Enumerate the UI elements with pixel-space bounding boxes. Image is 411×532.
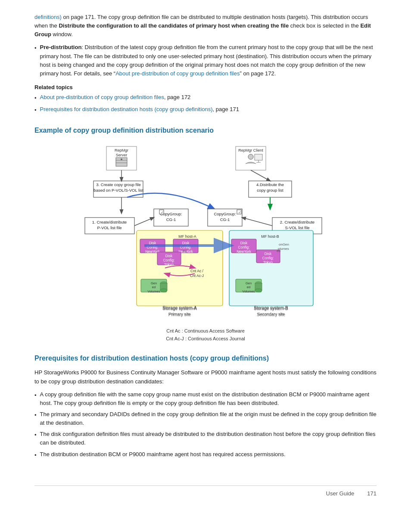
legend-line2: Cnt Ac-J : Continuous Access Journal — [166, 335, 245, 343]
bullet-dot-s2-4: • — [34, 451, 37, 460]
svg-point-9 — [248, 154, 253, 159]
svg-text:2. Create/distribute: 2. Create/distribute — [280, 220, 314, 224]
svg-text:Gen: Gen — [151, 281, 157, 285]
svg-text:MF host-A: MF host-A — [178, 234, 196, 239]
svg-text:based on P-VOL/S-VOL list: based on P-VOL/S-VOL list — [93, 188, 143, 193]
svg-text:3. Create copy group file: 3. Create copy group file — [96, 182, 141, 187]
svg-text:Tokyo: Tokyo — [263, 260, 273, 264]
svg-text:RepMgr Client: RepMgr Client — [238, 148, 263, 152]
svg-text:onGen: onGen — [279, 243, 289, 246]
svg-text:Primary site: Primary site — [169, 311, 190, 316]
svg-text:Storage system-A: Storage system-A — [162, 305, 197, 310]
related-topic-1: • About pre-distribution of copy group d… — [34, 93, 377, 103]
svg-text:CG-1: CG-1 — [166, 217, 176, 222]
intro-bold-1: Distribute the configuration to all the … — [59, 22, 289, 29]
diagram-legend: Cnt Ac : Continuous Access Software Cnt … — [34, 327, 377, 342]
svg-text:copy group list: copy group list — [257, 188, 283, 193]
svg-text:CopyGroup:: CopyGroup: — [214, 212, 236, 216]
svg-text:Secondary site: Secondary site — [258, 311, 285, 316]
svg-text:CG-1: CG-1 — [220, 217, 230, 222]
bullet-predistribution: • Pre-distribution: Distribution of the … — [34, 43, 377, 78]
predist-link[interactable]: About pre-distribution of copy group def… — [115, 70, 240, 77]
svg-text:ed: ed — [183, 249, 187, 253]
svg-text:1. Create/distribute: 1. Create/distribute — [92, 220, 127, 224]
intro-paragraph: definitions) on page 171. The copy group… — [34, 13, 377, 39]
section2-bullet-3: • The disk configuration definition file… — [34, 430, 377, 447]
section2-heading: Prerequisites for distribution destinati… — [34, 355, 377, 362]
svg-text:Disk: Disk — [240, 241, 248, 245]
svg-text:RepMgr: RepMgr — [115, 148, 128, 152]
section2-bullet-3-text: The disk configuration definition files … — [40, 430, 377, 447]
legend-text: Cnt Ac : Continuous Access Software Cnt … — [166, 327, 245, 342]
svg-text:P-VOL list file: P-VOL list file — [97, 225, 121, 230]
svg-text:MF host-B: MF host-B — [261, 234, 279, 239]
related-suffix-2: , page 171 — [213, 106, 239, 112]
svg-text:Storage system-B: Storage system-B — [254, 305, 288, 310]
related-link-2[interactable]: Prerequisites for distribution destinati… — [40, 106, 213, 112]
svg-text:Server: Server — [116, 153, 128, 157]
section2-bullet-4-text: The distribution destination BCM or P900… — [40, 450, 286, 460]
section1-heading: Example of copy group definition distrib… — [34, 127, 377, 134]
intro-text-3: window. — [51, 31, 73, 37]
svg-text:Config:: Config: — [163, 258, 175, 262]
svg-text:✓: ✓ — [161, 211, 164, 215]
svg-text:✓: ✓ — [238, 211, 241, 215]
bullet-dot-s2-1: • — [34, 391, 37, 408]
footer-page-number: 171 — [367, 490, 377, 497]
svg-text:Config:: Config: — [262, 256, 274, 260]
svg-rect-10 — [255, 154, 262, 160]
svg-text:S-VOL list file: S-VOL list file — [285, 225, 309, 230]
related-topics-label: Related topics — [34, 84, 377, 90]
section2-bullet-4: • The distribution destination BCM or P9… — [34, 450, 377, 460]
svg-text:ed: ed — [152, 285, 156, 289]
related-topic-1-content: About pre-distribution of copy group def… — [40, 93, 191, 103]
section2-bullet-2: • The primary and secondary DADIDs defin… — [34, 410, 377, 427]
bullet-dot-s2-3: • — [34, 431, 37, 447]
svg-text:Volumes: Volumes — [148, 289, 160, 293]
legend-line1: Cnt Ac : Continuous Access Software — [166, 327, 245, 335]
bullet-dot-s2-2: • — [34, 411, 37, 427]
footer: User Guide 171 — [34, 485, 377, 497]
bullet-dot-rt2: • — [34, 106, 37, 115]
svg-point-83 — [255, 289, 262, 292]
svg-text:Config:: Config: — [238, 245, 250, 249]
predist-end: ” on page 172. — [240, 70, 276, 77]
section2-bullet-1: • A copy group definition file with the … — [34, 390, 377, 408]
bullet-dot-1: • — [34, 44, 37, 78]
distribution-diagram: RepMgr Server RepMgr Client 3. Create co… — [81, 142, 330, 323]
svg-text:NewYork: NewYork — [237, 249, 251, 254]
section2-bullet-2-text: The primary and secondary DADIDs defined… — [40, 410, 377, 427]
section2-bullet-1-text: A copy group definition file with the sa… — [40, 390, 377, 408]
svg-text:ed: ed — [247, 285, 250, 289]
svg-text:Disk: Disk — [265, 252, 272, 256]
diagram-container: RepMgr Server RepMgr Client 3. Create co… — [34, 142, 377, 323]
section2-intro: HP StorageWorks P9000 for Business Conti… — [34, 368, 377, 386]
svg-point-76 — [160, 289, 167, 292]
definitions-link[interactable]: definitions) — [34, 14, 62, 20]
footer-guide-label: User Guide — [326, 490, 355, 497]
svg-line-20 — [251, 170, 270, 181]
svg-text:Cnt Ac /: Cnt Ac / — [190, 269, 203, 273]
bullet-predist-content: Pre-distribution: Distribution of the la… — [40, 43, 377, 78]
svg-text:4.Distribute the: 4.Distribute the — [256, 182, 284, 187]
related-topic-2-content: Prerequisites for distribution destinati… — [40, 105, 240, 115]
related-topic-2: • Prerequisites for distribution destina… — [34, 105, 377, 115]
bullet-dot-rt1: • — [34, 94, 37, 103]
predist-label: Pre-distribution — [40, 44, 82, 50]
svg-text:Disk: Disk — [165, 254, 173, 258]
related-link-1[interactable]: About pre-distribution of copy group def… — [40, 94, 164, 100]
related-suffix-1: , page 172 — [164, 94, 190, 100]
intro-text-2: check box is selected in the — [289, 22, 360, 29]
svg-text:Gen: Gen — [246, 281, 252, 285]
svg-point-6 — [121, 159, 122, 160]
svg-text:plumes: plumes — [278, 247, 289, 251]
svg-text:Volumes: Volumes — [243, 289, 255, 293]
